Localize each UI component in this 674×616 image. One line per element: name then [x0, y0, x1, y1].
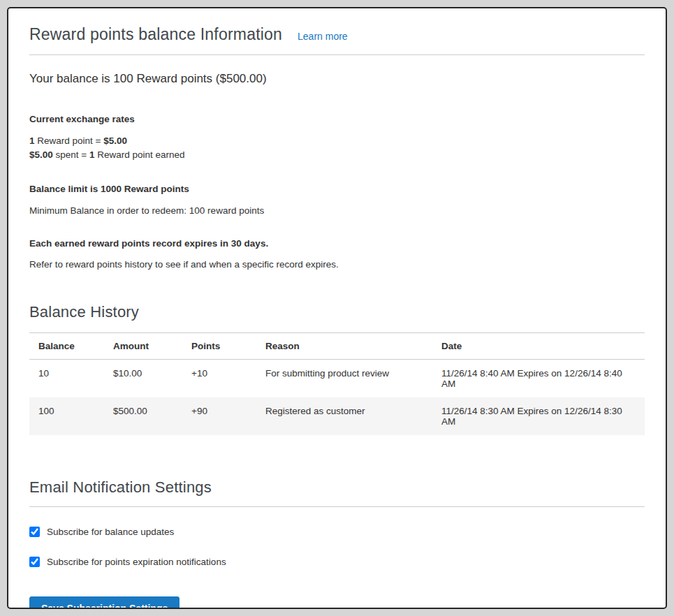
rate1-text: Reward point = — [35, 135, 104, 146]
expiration-notifications-label: Subscribe for points expiration notifica… — [47, 557, 226, 567]
exchange-rates-heading: Current exchange rates — [29, 114, 645, 124]
minimum-balance-text: Minimum Balance in order to redeem: 100 … — [29, 205, 645, 216]
cell-points: +10 — [182, 360, 256, 398]
expiration-notifications-checkbox[interactable] — [29, 557, 40, 567]
rate1-bold-amount: $5.00 — [103, 135, 127, 146]
rate2-bold-amount: $5.00 — [29, 149, 53, 160]
column-header-reason: Reason — [256, 333, 432, 360]
page-background: Reward points balance Information Learn … — [0, 0, 674, 616]
cell-date: 11/26/14 8:40 AM Expires on 12/26/14 8:4… — [432, 360, 645, 398]
balance-updates-checkbox[interactable] — [29, 527, 40, 537]
exchange-rates-lines: 1 Reward point = $5.00$5.00 spent = 1 Re… — [29, 134, 645, 161]
rate2-text1: spent = — [53, 149, 89, 160]
table-header-row: Balance Amount Points Reason Date — [29, 333, 645, 360]
cell-amount: $10.00 — [104, 360, 182, 398]
table-row: 100 $500.00 +90 Registered as customer 1… — [29, 397, 645, 435]
cell-reason: Registered as customer — [256, 397, 432, 435]
cell-balance: 100 — [29, 397, 104, 435]
balance-history-table-body: 10 $10.00 +10 For submitting product rev… — [29, 360, 645, 436]
balance-history-title: Balance History — [29, 303, 645, 321]
rate1-bold-points: 1 — [29, 135, 35, 146]
balance-summary: Your balance is 100 Reward points ($500.… — [29, 72, 645, 86]
column-header-amount: Amount — [104, 333, 182, 360]
expiration-notifications-option: Subscribe for points expiration notifica… — [29, 557, 645, 567]
learn-more-link[interactable]: Learn more — [298, 31, 348, 42]
table-row: 10 $10.00 +10 For submitting product rev… — [29, 360, 645, 398]
page-title: Reward points balance Information — [29, 25, 282, 44]
email-settings-title: Email Notification Settings — [29, 478, 645, 497]
page-header: Reward points balance Information Learn … — [29, 8, 645, 55]
expiration-refer-text: Refer to reward points history to see if… — [29, 259, 645, 270]
rate2-text2: Reward point earned — [94, 149, 184, 160]
balance-limit-text: Balance limit is 1000 Reward points — [29, 184, 645, 194]
balance-history-table: Balance Amount Points Reason Date 10 $10… — [29, 332, 645, 435]
cell-points: +90 — [182, 397, 256, 435]
balance-updates-label: Subscribe for balance updates — [47, 527, 174, 537]
column-header-date: Date — [432, 333, 645, 360]
save-subscription-settings-button[interactable]: Save Subscription Settings — [29, 596, 180, 609]
expiration-text: Each earned reward points record expires… — [29, 238, 645, 249]
cell-amount: $500.00 — [104, 397, 182, 435]
email-settings-header: Email Notification Settings — [29, 478, 645, 507]
column-header-balance: Balance — [29, 333, 104, 360]
cell-balance: 10 — [29, 360, 104, 398]
balance-updates-option: Subscribe for balance updates — [29, 527, 645, 537]
reward-points-panel: Reward points balance Information Learn … — [7, 7, 667, 609]
cell-date: 11/26/14 8:30 AM Expires on 12/26/14 8:3… — [432, 397, 645, 435]
column-header-points: Points — [182, 333, 256, 360]
cell-reason: For submitting product review — [256, 360, 432, 398]
balance-history-table-head: Balance Amount Points Reason Date — [29, 333, 645, 360]
